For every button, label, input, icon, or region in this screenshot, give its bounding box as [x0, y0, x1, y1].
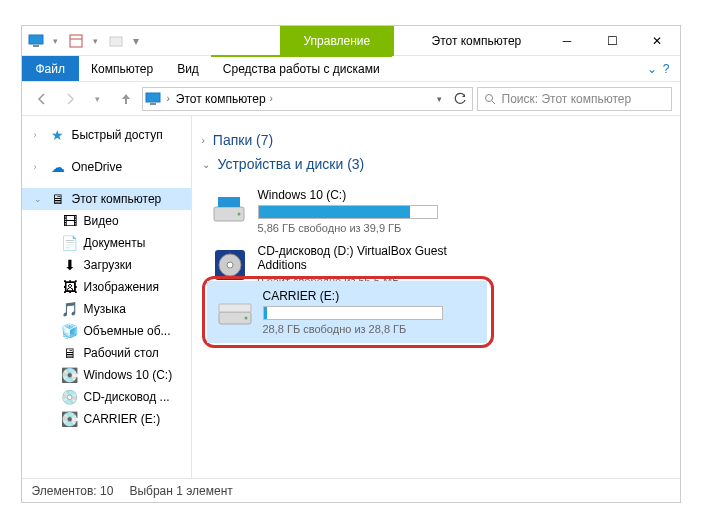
close-button[interactable]: ✕: [635, 26, 680, 56]
drive-icon: 💽: [62, 367, 78, 383]
drive-icon: 💽: [62, 411, 78, 427]
window-title: Этот компьютер: [432, 34, 522, 48]
chevron-right-icon[interactable]: ›: [202, 135, 205, 146]
menu-drive-tools[interactable]: Средства работы с дисками: [211, 55, 392, 81]
maximize-button[interactable]: ☐: [590, 26, 635, 56]
music-icon: 🎵: [62, 301, 78, 317]
sidebar-this-pc[interactable]: ⌄🖥Этот компьютер: [22, 188, 191, 210]
location-monitor-icon: [145, 91, 161, 107]
sidebar-item-label: Быстрый доступ: [72, 128, 163, 142]
sidebar-item-label: Windows 10 (C:): [84, 368, 173, 382]
sidebar-item-drive-c[interactable]: 💽Windows 10 (C:): [22, 364, 191, 386]
chevron-down-icon[interactable]: ⌄: [202, 159, 210, 170]
menu-file[interactable]: Файл: [22, 56, 80, 81]
svg-rect-0: [29, 35, 43, 44]
sidebar-item-videos[interactable]: 🎞Видео: [22, 210, 191, 232]
star-icon: ★: [50, 127, 66, 143]
main-pane: › Папки (7) ⌄ Устройства и диски (3) Win…: [192, 116, 680, 478]
sidebar-item-documents[interactable]: 📄Документы: [22, 232, 191, 254]
svg-rect-1: [33, 45, 39, 47]
sidebar-item-music[interactable]: 🎵Музыка: [22, 298, 191, 320]
svg-point-11: [237, 213, 240, 216]
svg-point-14: [227, 262, 233, 268]
chevron-right-icon[interactable]: ›: [167, 93, 170, 104]
monitor-icon: [28, 33, 44, 49]
svg-rect-16: [219, 304, 251, 312]
new-folder-icon[interactable]: [108, 33, 124, 49]
breadcrumb-label: Этот компьютер: [176, 92, 266, 106]
dropdown-icon[interactable]: ▾: [432, 87, 448, 111]
drive-free-label: 28,8 ГБ свободно из 28,8 ГБ: [263, 323, 477, 335]
chevron-right-icon[interactable]: ›: [34, 130, 37, 140]
sidebar-item-drive-e[interactable]: 💽CARRIER (E:): [22, 408, 191, 430]
sidebar-item-downloads[interactable]: ⬇Загрузки: [22, 254, 191, 276]
drives-group-header[interactable]: ⌄ Устройства и диски (3): [202, 156, 670, 172]
sidebar-item-cd[interactable]: 💿CD-дисковод ...: [22, 386, 191, 408]
highlight-annotation: CARRIER (E:) 28,8 ГБ свободно из 28,8 ГБ: [202, 276, 494, 348]
sidebar-item-desktop[interactable]: 🖥Рабочий стол: [22, 342, 191, 364]
minimize-button[interactable]: ─: [545, 26, 590, 56]
chevron-right-icon[interactable]: ›: [34, 162, 37, 172]
search-input[interactable]: Поиск: Этот компьютер: [477, 87, 672, 111]
up-button[interactable]: [114, 87, 138, 111]
sidebar-item-label: Видео: [84, 214, 119, 228]
chevron-right-icon[interactable]: ›: [270, 93, 273, 104]
navigation-pane: ›★Быстрый доступ ›☁OneDrive ⌄🖥Этот компь…: [22, 116, 192, 478]
quick-access-toolbar: ▾ ▾ ▾: [22, 33, 150, 49]
drive-item-c[interactable]: Windows 10 (C:) 5,86 ГБ свободно из 39,9…: [202, 180, 482, 242]
drive-name-label: Windows 10 (C:): [258, 188, 472, 202]
drive-item-e[interactable]: CARRIER (E:) 28,8 ГБ свободно из 28,8 ГБ: [207, 281, 487, 343]
sidebar-onedrive[interactable]: ›☁OneDrive: [22, 156, 191, 178]
status-item-count: Элементов: 10: [32, 484, 114, 498]
sidebar-item-label: CARRIER (E:): [84, 412, 161, 426]
svg-line-8: [492, 101, 495, 104]
refresh-icon[interactable]: [450, 87, 470, 111]
cube-icon: 🧊: [62, 323, 78, 339]
explorer-window: ▾ ▾ ▾ Управление Этот компьютер ─ ☐ ✕ Фа…: [21, 25, 681, 503]
qat-dropdown2-icon[interactable]: ▾: [88, 33, 104, 49]
sidebar-item-label: Музыка: [84, 302, 126, 316]
document-icon: 📄: [62, 235, 78, 251]
back-button[interactable]: [30, 87, 54, 111]
sidebar-item-label: Загрузки: [84, 258, 132, 272]
recent-dropdown-icon[interactable]: ▾: [86, 87, 110, 111]
menu-computer[interactable]: Компьютер: [79, 56, 165, 81]
qat-dropdown-icon[interactable]: ▾: [48, 33, 64, 49]
download-icon: ⬇: [62, 257, 78, 273]
svg-point-17: [244, 317, 247, 320]
cloud-icon: ☁: [50, 159, 66, 175]
sidebar-item-label: Рабочий стол: [84, 346, 159, 360]
status-bar: Элементов: 10 Выбран 1 элемент: [22, 478, 680, 502]
folders-group-header[interactable]: › Папки (7): [202, 132, 670, 148]
svg-rect-4: [110, 37, 122, 46]
forward-button[interactable]: [58, 87, 82, 111]
chevron-down-icon[interactable]: ⌄: [34, 194, 42, 204]
sidebar-item-label: Объемные об...: [84, 324, 171, 338]
drive-free-label: 5,86 ГБ свободно из 39,9 ГБ: [258, 222, 472, 234]
svg-rect-2: [70, 35, 82, 47]
address-bar[interactable]: › Этот компьютер› ▾: [142, 87, 473, 111]
breadcrumb-segment[interactable]: Этот компьютер›: [176, 92, 273, 106]
group-title-label: Устройства и диски (3): [218, 156, 365, 172]
group-title-label: Папки (7): [213, 132, 273, 148]
menu-view[interactable]: Вид: [165, 56, 211, 81]
properties-icon[interactable]: [68, 33, 84, 49]
svg-point-7: [485, 94, 492, 101]
sidebar-item-label: Этот компьютер: [72, 192, 162, 206]
svg-rect-10: [218, 197, 240, 207]
sidebar-item-label: CD-дисковод ...: [84, 390, 170, 404]
titlebar: ▾ ▾ ▾ Управление Этот компьютер ─ ☐ ✕: [22, 26, 680, 56]
desktop-icon: 🖥: [62, 345, 78, 361]
sidebar-item-pictures[interactable]: 🖼Изображения: [22, 276, 191, 298]
ribbon-context-tab[interactable]: Управление: [280, 26, 395, 56]
ribbon-expand-icon[interactable]: ⌄ ?: [637, 56, 680, 81]
sidebar-quick-access[interactable]: ›★Быстрый доступ: [22, 124, 191, 146]
qat-dropdown3-icon[interactable]: ▾: [128, 33, 144, 49]
navigation-bar: ▾ › Этот компьютер› ▾ Поиск: Этот компью…: [22, 82, 680, 116]
cd-icon: 💿: [62, 389, 78, 405]
video-icon: 🎞: [62, 213, 78, 229]
status-selection: Выбран 1 элемент: [129, 484, 232, 498]
sidebar-item-label: OneDrive: [72, 160, 123, 174]
drive-icon: [212, 193, 248, 229]
sidebar-item-3d[interactable]: 🧊Объемные об...: [22, 320, 191, 342]
